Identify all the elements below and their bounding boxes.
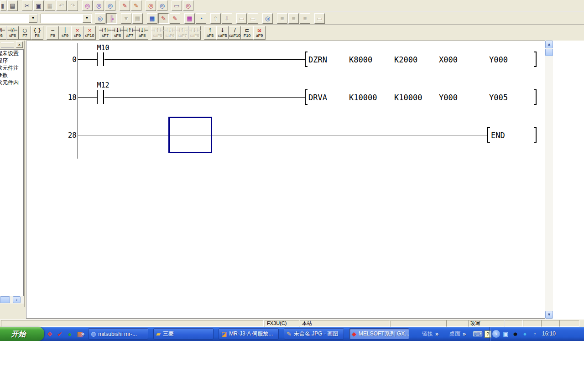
vertical-line-button[interactable]: │ sF9 — [59, 26, 71, 40]
hscrollbar-thumb[interactable] — [0, 296, 10, 303]
parallel-rising-pulse-button[interactable]: ⊣↑⊢ aF7 — [124, 26, 136, 40]
read-mode-button[interactable]: ▦ — [147, 13, 157, 24]
instruction-operand[interactable]: Y000 — [439, 93, 458, 102]
tray-audio-icon[interactable]: ◔ — [531, 330, 538, 338]
window-tile-button[interactable]: ▭ — [248, 13, 258, 24]
horizontal-line-button[interactable]: ─ F9 — [47, 26, 59, 40]
instruction-operand[interactable]: K10000 — [349, 93, 377, 102]
project-tree-item[interactable]: 程未设置 — [0, 50, 23, 57]
project-tree-list[interactable]: 程未设置程序软元件注参数软元件内 — [0, 49, 24, 298]
window-cascade-button[interactable]: ▭ — [236, 13, 247, 24]
cut-button[interactable]: ✂ — [22, 0, 32, 11]
vscrollbar-up-arrow[interactable]: ▲ — [545, 41, 553, 48]
replace-string-button[interactable]: ✎ — [131, 0, 141, 11]
falling-pulse-op-button[interactable]: ⊣↓⊢ saF6 — [164, 26, 176, 40]
task-folder-mitsubishi[interactable]: ▰ 三菱 — [153, 328, 214, 340]
application-instruction-button[interactable]: { } F8 — [31, 26, 43, 40]
redo-button[interactable]: ↷ — [68, 0, 78, 11]
chevron-down-icon[interactable]: ▼ — [29, 14, 37, 23]
chevron-down-icon[interactable]: ▼ — [83, 14, 91, 23]
download-button[interactable]: ⇩ — [222, 13, 232, 24]
instruction-operand[interactable]: Y005 — [489, 93, 508, 102]
save-button[interactable]: ▮ — [0, 0, 6, 11]
project-tree-item[interactable]: 软元件注 — [0, 64, 23, 72]
logic-test-button[interactable]: ▼ — [121, 13, 131, 24]
program-check-button[interactable]: ◎ — [95, 13, 105, 24]
parallel-falling-pulse-button[interactable]: ⊣↓⊢ aF8 — [136, 26, 148, 40]
vscrollbar-down-arrow[interactable]: ▼ — [545, 311, 553, 319]
upload-button[interactable]: ⇧ — [210, 13, 221, 24]
contact-bar[interactable] — [97, 52, 98, 66]
undo-button[interactable]: ↶ — [56, 0, 67, 11]
parallel-rising-op-button[interactable]: ⊣↑⊢ saF7 — [176, 26, 188, 40]
contact-bar[interactable] — [103, 90, 104, 104]
cross-reference-button[interactable]: ◎ — [183, 0, 193, 11]
instruction-operand[interactable]: X000 — [439, 55, 458, 64]
task-mitsubishi-browser[interactable]: ◍ mitsubishi mr-... — [88, 328, 148, 340]
contact-bar[interactable] — [97, 90, 98, 104]
start-button[interactable]: 开始 — [0, 327, 44, 341]
project-panel-header[interactable]: × — [0, 41, 24, 49]
line-draw-button[interactable]: ⊏ F10 — [241, 26, 253, 40]
monitor-start-button[interactable]: ◔ — [196, 13, 206, 24]
tray-network-icon[interactable]: ▣ — [502, 330, 510, 338]
project-tree-item[interactable]: 参数 — [0, 72, 23, 79]
pulse-down-button[interactable]: ↓ caF5 — [216, 26, 229, 40]
closed-contact-button[interactable]: ⊣/⊢ F6 — [0, 26, 6, 40]
print-button[interactable]: ▤ — [7, 0, 18, 11]
line-delete-button[interactable]: ⊠ aF9 — [253, 26, 266, 40]
find-device-button[interactable]: ◎ — [94, 0, 104, 11]
pulse-up-button[interactable]: ↑ aF5 — [204, 26, 216, 40]
ladder-editor[interactable]: 0 M10 DZRN K8000 K2000 X000 Y000 18 M12 — [26, 41, 545, 319]
instruction-mnemonic[interactable]: DRVA — [308, 93, 327, 102]
tray-globe-icon[interactable]: ● — [521, 330, 529, 338]
window-switch-button[interactable]: ▭ — [172, 0, 182, 11]
chevron-more-icon[interactable]: » — [435, 330, 438, 337]
copy-button[interactable]: ▣ — [33, 0, 44, 11]
chevron-more-icon[interactable]: » — [463, 330, 466, 337]
delete-horizontal-line-button[interactable]: × cF9 — [71, 26, 83, 40]
instruction-mnemonic[interactable]: END — [491, 131, 505, 140]
close-icon[interactable]: × — [16, 41, 23, 48]
logic-test-monitor-button[interactable]: ▦ — [132, 13, 143, 24]
find-button[interactable]: ◎ — [82, 0, 93, 11]
links-toolbar[interactable]: 链接 » — [422, 327, 438, 341]
insert-column-button[interactable]: ≡ — [300, 13, 310, 24]
instruction-operand[interactable]: K10000 — [394, 93, 422, 102]
quick-launch-browser-icon[interactable]: ✔ — [56, 330, 64, 338]
instruction-mnemonic[interactable]: DZRN — [308, 55, 327, 64]
contact-bar[interactable] — [103, 52, 104, 66]
monitor-mode-button[interactable]: ✎ — [170, 13, 180, 24]
paste-button[interactable]: ▦ — [45, 0, 55, 11]
hscrollbar-right-arrow[interactable]: › — [13, 296, 21, 303]
chevron-more-icon[interactable]: » — [81, 330, 84, 337]
desktop-toolbar[interactable]: 桌面 » — [449, 327, 466, 341]
delete-vertical-line-button[interactable]: × cF10 — [83, 26, 96, 40]
quick-launch-money-icon[interactable]: ● — [66, 330, 74, 338]
delete-row-button[interactable]: ≡ — [288, 13, 299, 24]
project-tree-toggle-button[interactable]: ╠ — [106, 13, 117, 24]
monitor-write-button[interactable]: ▦ — [184, 13, 195, 24]
panel-grip[interactable] — [1, 42, 14, 48]
parallel-closed-contact-button[interactable]: ⊣/⊢ sF6 — [6, 26, 19, 40]
program-select-combo[interactable]: ▼ — [0, 14, 38, 23]
ladder-find-button[interactable]: ◎ — [146, 0, 156, 11]
comment-display-button[interactable]: ▭ — [314, 13, 325, 24]
instruction-operand[interactable]: K2000 — [394, 55, 417, 64]
coil-button[interactable]: ○ F7 — [19, 26, 31, 40]
find-string-button[interactable]: ◎ — [105, 0, 115, 11]
task-servo-doc[interactable]: ◪ MR-J3-A 伺服放... — [219, 328, 279, 340]
project-tree-hscrollbar[interactable]: › — [0, 296, 24, 304]
taskbar-clock[interactable]: 16:10 — [542, 327, 556, 341]
quick-launch-media-icon[interactable]: ❖ — [46, 330, 54, 338]
falling-pulse-button[interactable]: ⊣↓⊢ sF8 — [111, 26, 124, 40]
contact-find-button[interactable]: ◎ — [157, 0, 167, 11]
rising-pulse-button[interactable]: ⊣↑⊢ sF7 — [99, 26, 111, 40]
keyboard-icon[interactable]: ⌨ — [473, 330, 483, 338]
instruction-operand[interactable]: Y000 — [489, 55, 508, 64]
task-melsoft-gx[interactable]: ◆ MELSOFT系列 GX... — [349, 328, 409, 340]
task-paint[interactable]: ✎ 未命名.JPG - 画图 — [284, 328, 344, 340]
tray-qq-icon[interactable]: ☻ — [511, 330, 519, 338]
tray-collapse-icon[interactable]: ‹ — [492, 330, 500, 338]
insert-row-button[interactable]: ≡ — [277, 13, 287, 24]
